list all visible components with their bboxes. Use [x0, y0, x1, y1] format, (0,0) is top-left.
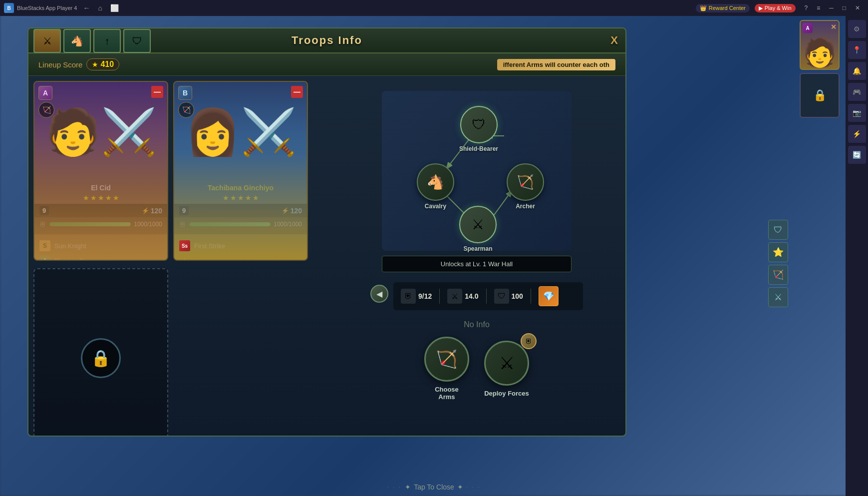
stat-item-troops: ⛨ 9/12: [401, 289, 432, 304]
back-button[interactable]: ←: [80, 3, 93, 13]
mini-hero-cross: ✕: [831, 23, 837, 31]
sidebar-icon-1[interactable]: ⚙: [848, 20, 866, 38]
stat-divider-2: [486, 289, 487, 304]
modal-content: A — 🏹 🧑‍⚔️ El Cid ★★★★★ 9 ⚡ 120: [28, 76, 625, 436]
hero-card-el-cid: A — 🏹 🧑‍⚔️ El Cid ★★★★★ 9 ⚡ 120: [33, 81, 168, 261]
question-button[interactable]: ?: [801, 3, 812, 12]
side-decoration: 🛡 ⭐ 🏹 ⚔: [768, 220, 788, 307]
defense-icon: 🛡: [494, 289, 509, 304]
mini-hero-figure: 🧑: [803, 36, 837, 69]
empty-hero-slot[interactable]: 🔒: [33, 268, 168, 437]
skill-icon-ss: Ss: [179, 240, 190, 251]
stat-troop-count: 9/12: [418, 292, 432, 300]
titlebar-left: B BlueStacks App Player 4 ← ⌂ ⬜: [4, 3, 122, 13]
menu-button[interactable]: ≡: [813, 3, 824, 12]
lock-circle: 🔒: [81, 338, 121, 378]
play-icon: ▶: [759, 5, 763, 11]
counter-banner: ifferent Arms will counter each oth: [497, 59, 615, 70]
tab-button[interactable]: ⬜: [107, 3, 122, 13]
app-title: BlueStacks App Player 4: [17, 5, 77, 11]
mini-badge-a: A: [803, 23, 813, 33]
troop-label-archer: Archer: [516, 203, 535, 210]
side-icon-sword: ⚔: [768, 287, 788, 307]
unlock-bar: Unlocks at Lv. 1 War Hall: [382, 256, 572, 272]
troop-node-spearman[interactable]: ⚔ Spearman: [459, 206, 497, 252]
cavalry-tab-icon: 🐴: [71, 35, 83, 47]
dots-right: · · ·: [466, 485, 481, 490]
deploy-forces-label: Deploy Forces: [484, 390, 529, 397]
troop-node-shield-bearer[interactable]: 🛡 Shield-Bearer: [459, 106, 498, 152]
troop-node-cavalry[interactable]: 🐴 Cavalry: [417, 163, 454, 210]
troop-circle-cavalry: 🐴: [417, 163, 454, 201]
stat-divider-3: [531, 289, 531, 304]
nav-arrow-left[interactable]: ◀: [370, 285, 388, 303]
home-button[interactable]: ⌂: [95, 3, 105, 13]
troop-label-spearman: Spearman: [463, 245, 492, 252]
close-window-button[interactable]: ✕: [851, 3, 864, 12]
modal-header: ⚔ 🐴 ↑ 🛡 Troops Info X: [28, 28, 625, 53]
share-tab-icon: ↑: [105, 35, 110, 47]
stats-section: ◀ ⛨ 9/12 ⚔ 14.0 🛡 100: [370, 277, 583, 310]
deploy-forces-circle: ⚔: [484, 341, 529, 386]
play-win[interactable]: ▶ Play & Win: [755, 4, 796, 12]
toolbar-btn-cavalry[interactable]: 🐴: [63, 29, 91, 53]
deploy-forces-button[interactable]: ⛨ ⚔ Deploy Forces: [484, 341, 529, 397]
lock-icon-slot: 🔒: [91, 349, 111, 368]
choose-arms-container: 🏹: [424, 337, 469, 382]
right-sidebar: ⚙ 📍 🔔 🎮 📷 ⚡ 🔄: [846, 16, 868, 496]
settings-tab-icon: 🛡: [132, 35, 142, 47]
tap-to-close[interactable]: · · · ✦ Tap To Close ✦ · · ·: [387, 483, 481, 491]
minimize-button[interactable]: ─: [825, 3, 838, 12]
tap-to-close-label: Tap To Close: [414, 483, 454, 491]
modal-title: Troops Info: [291, 34, 362, 47]
window-controls[interactable]: ? ≡ ─ □ ✕: [801, 3, 864, 12]
hero-image-area-a: 🧑‍⚔️: [34, 82, 167, 182]
toolbar-btn-settings[interactable]: 🛡: [123, 29, 151, 53]
troop-panel: 🛡 Shield-Bearer 🐴 Cavalry 🏹 Archer ⚔ Spe…: [328, 76, 625, 436]
lineup-score-label: Lineup Score: [38, 60, 82, 69]
bluestacks-logo: B: [4, 3, 14, 13]
unlock-text: Unlocks at Lv. 1 War Hall: [441, 260, 513, 268]
troop-circle-spearman: ⚔: [459, 206, 497, 243]
hero-figure-b: 👩‍⚔️: [185, 109, 296, 154]
toolbar-btn-share[interactable]: ↑: [93, 29, 121, 53]
action-buttons: 🏹 ChooseArms ⛨ ⚔ Deploy Forces: [424, 337, 529, 401]
mini-hero-portrait-2-locked[interactable]: 🔒: [800, 73, 840, 118]
hero-image-area-b: 👩‍⚔️: [174, 82, 307, 182]
hero-cards-panel: A — 🏹 🧑‍⚔️ El Cid ★★★★★ 9 ⚡ 120: [28, 76, 328, 436]
choose-arms-button[interactable]: 🏹 ChooseArms: [424, 337, 469, 401]
tap-icon-right: ✦: [457, 483, 463, 491]
troop-diagram: 🛡 Shield-Bearer 🐴 Cavalry 🏹 Archer ⚔ Spe…: [382, 91, 572, 251]
choose-arms-label: ChooseArms: [435, 386, 459, 401]
reward-center[interactable]: 👑 Reward Center: [696, 4, 750, 12]
troops-tab-icon: ⚔: [43, 35, 52, 47]
crown-icon: 👑: [700, 5, 707, 11]
sidebar-icon-3[interactable]: 🔔: [848, 62, 866, 80]
sidebar-icon-2[interactable]: 📍: [848, 41, 866, 59]
hero-cards-row-2: 🔒: [33, 268, 323, 437]
lineup-score-left: Lineup Score ★ 410: [38, 58, 119, 70]
lineup-score-bar: Lineup Score ★ 410 ifferent Arms will co…: [28, 53, 625, 76]
nav-buttons[interactable]: ← ⌂ ⬜: [80, 3, 121, 13]
deploy-badge-icon: ⛨: [521, 333, 537, 349]
star-icon: ★: [92, 60, 98, 68]
stats-row: ⛨ 9/12 ⚔ 14.0 🛡 100 💎: [393, 282, 583, 310]
stat-attack: 14.0: [465, 292, 478, 300]
sidebar-icon-6[interactable]: ⚡: [848, 125, 866, 143]
toolbar-btn-troops[interactable]: ⚔: [33, 29, 61, 53]
side-icon-star: ⭐: [768, 242, 788, 262]
gem-icon: 💎: [539, 286, 559, 306]
troops-icon: ⛨: [401, 289, 416, 304]
attack-icon: ⚔: [447, 289, 462, 304]
dots-left: · · ·: [387, 485, 402, 490]
sidebar-icon-7[interactable]: 🔄: [848, 146, 866, 164]
maximize-button[interactable]: □: [839, 3, 850, 12]
sidebar-icon-5[interactable]: 📷: [848, 104, 866, 122]
side-icon-shield: 🛡: [768, 220, 788, 240]
mini-hero-portrait-1[interactable]: A ✕ 🧑: [800, 20, 840, 70]
modal-close-button[interactable]: X: [610, 34, 618, 47]
lock-icon-mini: 🔒: [813, 89, 827, 102]
sidebar-icon-4[interactable]: 🎮: [848, 83, 866, 101]
troop-node-archer[interactable]: 🏹 Archer: [507, 163, 544, 210]
hero-cards-row: A — 🏹 🧑‍⚔️ El Cid ★★★★★ 9 ⚡ 120: [33, 81, 323, 261]
